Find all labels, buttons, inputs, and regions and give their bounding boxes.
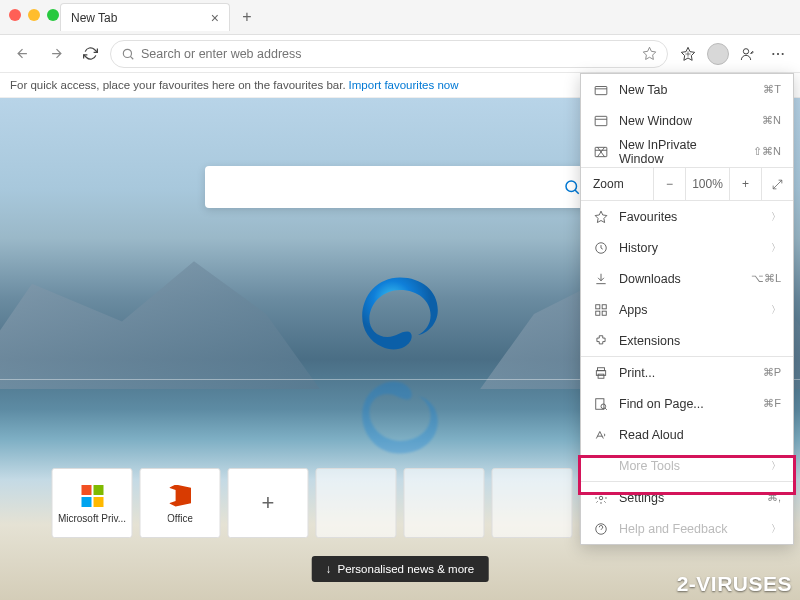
- svg-point-19: [601, 404, 606, 409]
- svg-point-5: [566, 181, 577, 192]
- svg-rect-14: [602, 311, 606, 315]
- svg-point-1: [743, 48, 748, 53]
- zoom-in-button[interactable]: +: [729, 168, 761, 200]
- apps-icon: [593, 302, 608, 317]
- forward-button[interactable]: [42, 40, 70, 68]
- edge-logo: [355, 273, 445, 363]
- chevron-right-icon: 〉: [771, 459, 781, 473]
- tile-empty[interactable]: [492, 468, 573, 538]
- feedback-button[interactable]: [734, 40, 762, 68]
- menu-new-inprivate[interactable]: New InPrivate Window⇧⌘N: [581, 136, 793, 167]
- print-icon: [593, 365, 608, 380]
- menu-more-tools[interactable]: More Tools〉: [581, 450, 793, 481]
- find-icon: [593, 396, 608, 411]
- watermark: 2-VIRUSES: [677, 572, 792, 596]
- menu-help[interactable]: Help and Feedback〉: [581, 513, 793, 544]
- web-search-input[interactable]: [219, 180, 563, 195]
- extensions-icon: [593, 333, 608, 348]
- gear-icon: [593, 490, 608, 505]
- svg-rect-12: [602, 304, 606, 308]
- svg-point-20: [599, 496, 603, 500]
- minimize-window-button[interactable]: [28, 9, 40, 21]
- chevron-right-icon: 〉: [771, 522, 781, 536]
- svg-point-0: [123, 49, 131, 57]
- menu-settings[interactable]: Settings⌘,: [581, 482, 793, 513]
- svg-rect-7: [595, 86, 607, 94]
- chevron-down-icon: ↓: [326, 563, 332, 575]
- tab-icon: [593, 82, 608, 97]
- edge-logo-reflection: [355, 368, 445, 458]
- avatar-icon: [707, 43, 729, 65]
- menu-new-window[interactable]: New Window⌘N: [581, 105, 793, 136]
- download-icon: [593, 271, 608, 286]
- tab-bar: New Tab × +: [0, 0, 800, 35]
- window-icon: [593, 113, 608, 128]
- address-input[interactable]: [141, 47, 636, 61]
- profile-button[interactable]: [704, 40, 732, 68]
- menu-read-aloud[interactable]: Read Aloud: [581, 419, 793, 450]
- menu-history[interactable]: History〉: [581, 232, 793, 263]
- chevron-right-icon: 〉: [771, 241, 781, 255]
- office-icon: [167, 483, 193, 509]
- menu-new-tab[interactable]: New Tab⌘T: [581, 74, 793, 105]
- browser-tab[interactable]: New Tab ×: [60, 3, 230, 31]
- menu-apps[interactable]: Apps〉: [581, 294, 793, 325]
- help-icon: [593, 521, 608, 536]
- address-bar[interactable]: [110, 40, 668, 68]
- read-aloud-icon: [593, 427, 608, 442]
- svg-point-6: [380, 298, 420, 334]
- svg-point-4: [782, 52, 784, 54]
- svg-rect-8: [595, 116, 607, 125]
- svg-rect-13: [595, 311, 599, 315]
- maximize-window-button[interactable]: [47, 9, 59, 21]
- svg-rect-15: [597, 367, 604, 370]
- toolbar: [0, 35, 800, 73]
- menu-favourites[interactable]: Favourites〉: [581, 201, 793, 232]
- tile-empty[interactable]: [316, 468, 397, 538]
- import-favourites-link[interactable]: Import favourites now: [349, 79, 459, 91]
- microsoft-icon: [79, 483, 105, 509]
- menu-downloads[interactable]: Downloads⌥⌘L: [581, 263, 793, 294]
- more-menu-button[interactable]: [764, 40, 792, 68]
- personalised-news-button[interactable]: ↓ Personalised news & more: [312, 556, 489, 582]
- svg-rect-17: [598, 374, 604, 378]
- back-button[interactable]: [8, 40, 36, 68]
- tile-office[interactable]: Office: [140, 468, 221, 538]
- plus-icon: +: [262, 490, 275, 516]
- favourites-button[interactable]: [674, 40, 702, 68]
- fullscreen-button[interactable]: [761, 168, 793, 200]
- svg-point-3: [777, 52, 779, 54]
- zoom-value: 100%: [685, 168, 729, 200]
- tile-empty[interactable]: [404, 468, 485, 538]
- tile-add[interactable]: +: [228, 468, 309, 538]
- history-icon: [593, 240, 608, 255]
- zoom-out-button[interactable]: −: [653, 168, 685, 200]
- chevron-right-icon: 〉: [771, 210, 781, 224]
- refresh-button[interactable]: [76, 40, 104, 68]
- tab-title: New Tab: [71, 11, 117, 25]
- tile-microsoft-privacy[interactable]: Microsoft Priv...: [52, 468, 133, 538]
- chevron-right-icon: 〉: [771, 303, 781, 317]
- menu-print[interactable]: Print...⌘P: [581, 357, 793, 388]
- window-controls: [9, 9, 59, 21]
- search-icon[interactable]: [563, 178, 581, 196]
- favourite-star-icon[interactable]: [642, 46, 657, 61]
- close-tab-icon[interactable]: ×: [211, 10, 219, 26]
- inprivate-icon: [593, 144, 608, 159]
- menu-find[interactable]: Find on Page...⌘F: [581, 388, 793, 419]
- menu-zoom-row: Zoom − 100% +: [581, 167, 793, 201]
- more-menu: New Tab⌘T New Window⌘N New InPrivate Win…: [580, 73, 794, 545]
- star-icon: [593, 209, 608, 224]
- new-tab-button[interactable]: +: [234, 4, 260, 30]
- close-window-button[interactable]: [9, 9, 21, 21]
- favbar-text: For quick access, place your favourites …: [10, 79, 346, 91]
- menu-extensions[interactable]: Extensions: [581, 325, 793, 356]
- web-search-box[interactable]: [205, 166, 595, 208]
- svg-rect-11: [595, 304, 599, 308]
- svg-point-2: [772, 52, 774, 54]
- search-icon: [121, 47, 135, 61]
